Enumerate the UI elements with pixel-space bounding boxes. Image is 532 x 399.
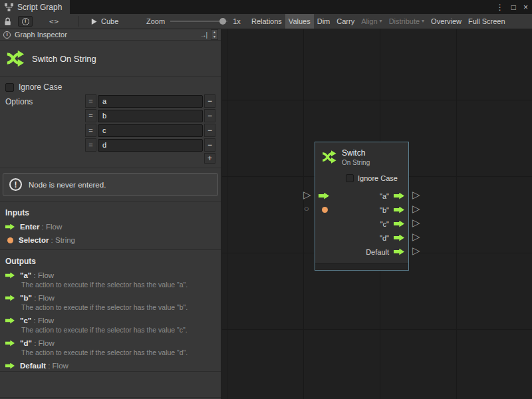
b-port-icon[interactable] <box>394 207 404 213</box>
option-input-a[interactable] <box>98 95 203 108</box>
node-port-row-c: "c" <box>315 217 408 231</box>
flow-connection-hint-icon[interactable]: ▷ <box>412 203 420 214</box>
panel-stepper[interactable]: ▴ ▾ <box>211 29 218 40</box>
flow-port-icon <box>5 273 15 279</box>
option-input-d[interactable] <box>98 139 203 152</box>
divider <box>0 397 221 398</box>
outputs-heading: Outputs <box>5 257 215 266</box>
info-icon: i <box>22 18 29 25</box>
node-port-row-default: Default <box>315 245 408 259</box>
zoom-value: 1x <box>233 17 241 25</box>
flow-connection-hint-icon[interactable]: ▷ <box>412 190 420 200</box>
port-description: The action to execute if the selector ha… <box>21 281 215 289</box>
selector-port-icon[interactable] <box>322 207 328 213</box>
switch-on-string-node[interactable]: Switch On String Ignore Case "a" "b" <box>315 142 409 271</box>
window-menu-icon[interactable]: ⋮ <box>496 3 504 12</box>
value-connection-hint-icon[interactable]: ○ <box>304 204 309 213</box>
graph-inspector-panel: i Graph Inspector →| ▴ ▾ Switch On Strin… <box>0 29 222 399</box>
graph-inspector-header: i Graph Inspector →| ▴ ▾ <box>0 29 221 41</box>
zoom-control: Zoom 1x <box>146 14 241 29</box>
scroll-up-icon[interactable]: ▴ <box>213 30 215 35</box>
zoom-slider-thumb[interactable] <box>219 18 226 25</box>
input-port-selector: Selector : String <box>5 236 215 244</box>
zoom-label: Zoom <box>146 17 165 25</box>
output-port-default: Default : Flow <box>5 362 215 370</box>
drag-handle-icon[interactable]: = <box>85 94 96 108</box>
flow-connection-hint-icon[interactable]: ▷ <box>303 190 311 200</box>
distribute-button[interactable]: Distribute▾ <box>386 14 428 29</box>
chevron-down-icon: ▾ <box>380 19 382 24</box>
graph-inspector-toggle-button[interactable]: i <box>18 16 33 27</box>
node-ignore-case-label: Ignore Case <box>358 174 398 182</box>
option-row: = − <box>85 94 215 108</box>
remove-option-button[interactable]: − <box>204 109 215 122</box>
port-description: The action to execute if the selector ha… <box>21 348 215 356</box>
carry-button[interactable]: Carry <box>333 14 358 29</box>
flow-port-icon <box>5 295 15 301</box>
code-view-icon[interactable]: <> <box>49 14 59 29</box>
toolbar-separator <box>78 16 79 27</box>
inputs-section: Inputs Enter : Flow Selector : String <box>0 201 221 249</box>
input-port-enter: Enter : Flow <box>5 223 215 231</box>
window-controls: ⋮ □ × <box>496 0 528 14</box>
window-maximize-icon[interactable]: □ <box>511 3 516 12</box>
values-button[interactable]: Values <box>285 14 314 29</box>
flow-connection-hint-icon[interactable]: ▷ <box>412 217 420 228</box>
d-port-icon[interactable] <box>394 235 404 241</box>
page-title: Switch On String <box>32 54 96 64</box>
drag-handle-icon[interactable]: = <box>85 109 96 122</box>
graph-canvas[interactable]: ▷ ○ Switch On String I <box>222 29 532 399</box>
outputs-section: Outputs "a" : Flow The action to execute… <box>0 250 221 375</box>
option-input-c[interactable] <box>98 124 203 137</box>
remove-option-button[interactable]: − <box>204 94 215 108</box>
window-close-icon[interactable]: × <box>523 3 528 12</box>
full-screen-button[interactable]: Full Screen <box>465 14 509 29</box>
a-port-icon[interactable] <box>394 193 404 200</box>
graph-toolbar: i <> Cube Zoom 1x Relations Values Dim C… <box>0 14 532 29</box>
divider <box>0 168 221 168</box>
node-port-row-b: "b" <box>315 203 408 217</box>
zoom-slider[interactable] <box>170 17 227 25</box>
info-icon: i <box>3 31 11 39</box>
chevron-down-icon: ▾ <box>422 19 424 24</box>
tab-script-graph[interactable]: Script Graph <box>0 0 70 14</box>
relations-button[interactable]: Relations <box>248 14 285 29</box>
align-button[interactable]: Align▾ <box>358 14 385 29</box>
enter-port-icon[interactable] <box>319 193 329 200</box>
unity-script-graph-window: Script Graph ⋮ □ × i <> Cube Zoom <box>0 0 532 399</box>
drag-handle-icon[interactable]: = <box>85 124 96 137</box>
graph-owner-name: Cube <box>101 17 118 25</box>
node-title: Switch <box>342 148 370 158</box>
node-ignore-case-row: Ignore Case <box>315 172 408 185</box>
default-port-icon[interactable] <box>394 249 404 255</box>
node-title-block: Switch On String <box>0 41 221 76</box>
output-port-c: "c" : Flow <box>5 317 215 325</box>
flow-connection-hint-icon[interactable]: ▷ <box>412 231 420 242</box>
graph-tab-icon <box>5 3 13 11</box>
flow-port-icon <box>5 363 15 369</box>
ignore-case-checkbox[interactable] <box>5 83 14 92</box>
overview-button[interactable]: Overview <box>428 14 465 29</box>
add-option-button[interactable]: + <box>204 153 215 164</box>
lock-icon[interactable] <box>4 14 11 29</box>
remove-option-button[interactable]: − <box>204 138 215 152</box>
node-ignore-case-checkbox[interactable] <box>346 174 354 182</box>
script-machine-icon <box>90 18 98 25</box>
flow-port-icon <box>5 340 15 346</box>
options-label: Options <box>5 97 33 106</box>
divider <box>0 371 221 372</box>
drag-handle-icon[interactable]: = <box>85 138 96 152</box>
node-port-row-d: "d" <box>315 231 408 245</box>
scroll-down-icon[interactable]: ▾ <box>213 35 215 39</box>
remove-option-button[interactable]: − <box>204 124 215 137</box>
dim-button[interactable]: Dim <box>314 14 334 29</box>
flow-connection-hint-icon[interactable]: ▷ <box>412 245 420 256</box>
option-input-b[interactable] <box>98 110 203 122</box>
graph-owner-chip[interactable]: Cube <box>90 14 118 29</box>
output-port-b: "b" : Flow <box>5 294 215 302</box>
ignore-case-row: Ignore Case <box>0 77 221 93</box>
options-block: Options = − = − = − = <box>0 93 221 168</box>
tab-title: Script Graph <box>17 3 62 12</box>
dock-icon[interactable]: →| <box>200 31 207 39</box>
c-port-icon[interactable] <box>394 221 404 227</box>
